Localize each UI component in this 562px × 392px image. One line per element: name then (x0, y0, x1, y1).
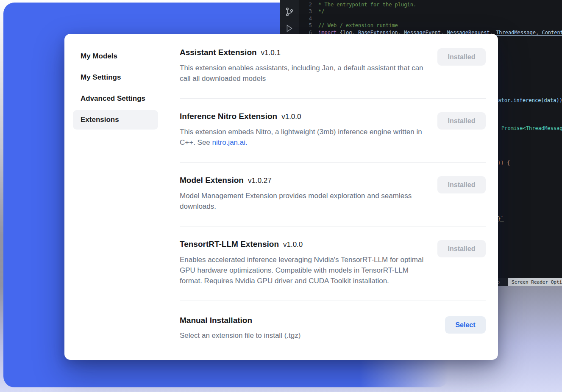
code-text: * The entrypoint for the plugin. (318, 1, 416, 8)
sidebar-item-label: Advanced Settings (81, 94, 145, 103)
extension-name: TensortRT-LLM Extension (180, 240, 279, 248)
extension-info: Assistant Extensionv1.0.1 This extension… (180, 47, 429, 84)
extension-title: Inference Nitro Extensionv1.0.0 (180, 111, 429, 121)
extension-version: v1.0.27 (248, 177, 272, 185)
settings-sidebar: My Models My Settings Advanced Settings … (64, 34, 165, 360)
extension-name: Assistant Extension (180, 48, 257, 57)
settings-modal: My Models My Settings Advanced Settings … (64, 34, 498, 360)
extension-info: Model Extensionv1.0.27 Model Management … (180, 175, 429, 212)
extension-version: v1.0.0 (283, 240, 303, 248)
code-lines: 2 * The entrypoint for the plugin. 3 */ … (299, 1, 562, 36)
extension-item-model: Model Extensionv1.0.27 Model Management … (180, 162, 486, 226)
code-text: */ (318, 8, 324, 15)
extension-description: This extension enables assistants, inclu… (180, 63, 429, 84)
page-background: 2 * The entrypoint for the plugin. 3 */ … (0, 0, 562, 392)
select-file-button[interactable]: Select (445, 316, 486, 334)
extension-name: Inference Nitro Extension (180, 112, 277, 121)
sidebar-item-label: My Models (81, 52, 117, 61)
extension-info: TensortRT-LLM Extensionv1.0.0 Enables ac… (180, 239, 429, 286)
installed-button[interactable]: Installed (437, 240, 486, 257)
nitro-jan-ai-link[interactable]: nitro.jan.ai. (212, 138, 248, 146)
extensions-panel: Assistant Extensionv1.0.1 This extension… (165, 34, 498, 360)
code-fragment: rator.inference(data)); (495, 97, 562, 103)
extension-description: Enables accelerated inference leveraging… (180, 254, 429, 286)
source-control-icon[interactable] (284, 7, 295, 18)
extension-version: v1.0.0 (281, 113, 301, 121)
extension-name: Model Extension (180, 176, 244, 185)
line-number: 5 (299, 22, 312, 29)
extension-item-tensorrt: TensortRT-LLM Extensionv1.0.0 Enables ac… (180, 226, 486, 301)
extension-info: Inference Nitro Extensionv1.0.0 This ext… (180, 111, 429, 148)
extension-item-assistant: Assistant Extensionv1.0.1 This extension… (180, 44, 486, 98)
sidebar-item-my-models[interactable]: My Models (73, 47, 158, 66)
code-line: 3 */ (299, 8, 562, 15)
extension-description: Model Management Extension provides mode… (180, 190, 429, 212)
code-text: // Web / extension runtime (318, 22, 398, 29)
extension-title: Assistant Extensionv1.0.1 (180, 47, 429, 58)
manual-installation-title: Manual Installation (180, 315, 429, 325)
screen-reader-chip[interactable]: Screen Reader Optimized (508, 278, 562, 286)
code-line: 2 * The entrypoint for the plugin. (299, 1, 562, 8)
extension-version: v1.0.1 (261, 49, 281, 57)
extension-info: Manual Installation Select an extension … (180, 315, 429, 341)
extension-item-nitro: Inference Nitro Extensionv1.0.0 This ext… (180, 98, 486, 162)
code-line: 4 (299, 15, 562, 22)
line-number: 3 (299, 8, 312, 15)
sidebar-item-extensions[interactable]: Extensions (73, 110, 158, 130)
sidebar-item-my-settings[interactable]: My Settings (73, 68, 158, 87)
installed-button[interactable]: Installed (437, 48, 486, 66)
sidebar-item-label: My Settings (81, 73, 121, 82)
installed-button[interactable]: Installed (437, 112, 486, 130)
line-number: 2 (299, 1, 312, 8)
extension-title: TensortRT-LLM Extensionv1.0.0 (180, 239, 429, 249)
run-debug-icon[interactable] (284, 24, 294, 34)
manual-installation-section: Manual Installation Select an extension … (180, 301, 486, 355)
code-line: 5 // Web / extension runtime (299, 22, 562, 29)
code-fragment: Promise<ThreadMessage> (501, 125, 562, 131)
sidebar-item-advanced-settings[interactable]: Advanced Settings (73, 89, 158, 108)
extension-title: Model Extensionv1.0.27 (180, 175, 429, 185)
sidebar-item-label: Extensions (81, 116, 119, 124)
extension-description: This extension embeds Nitro, a lightweig… (180, 127, 429, 148)
manual-installation-description: Select an extension file to install (.tg… (180, 330, 429, 341)
installed-button[interactable]: Installed (437, 176, 486, 193)
line-number: 4 (299, 15, 312, 22)
